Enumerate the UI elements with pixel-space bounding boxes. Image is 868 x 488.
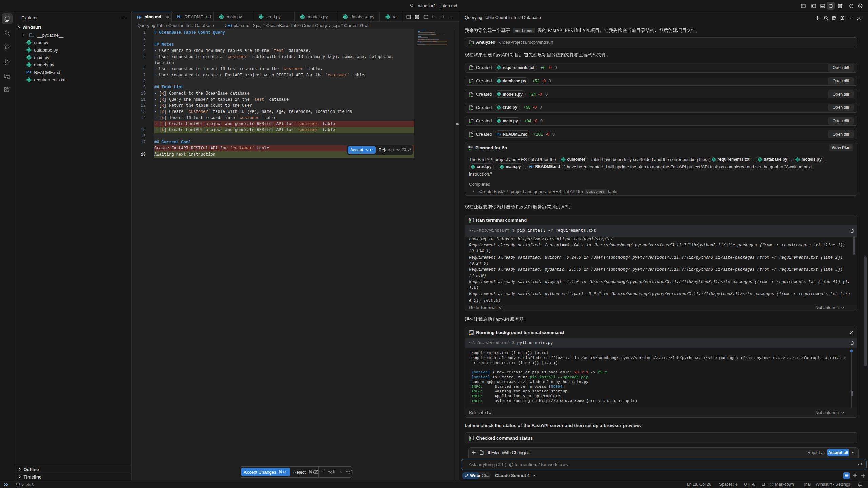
svg-text:abc: abc: [257, 25, 260, 27]
svg-text:abc: abc: [333, 25, 336, 27]
